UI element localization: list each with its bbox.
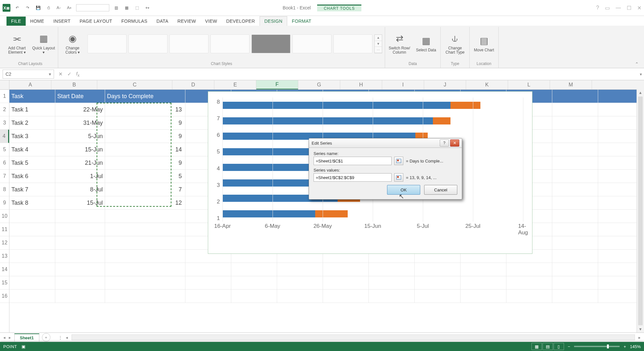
row-header[interactable]: 9 [0, 196, 9, 210]
save-icon[interactable]: 💾 [34, 4, 42, 11]
tab-formulas[interactable]: FORMULAS [117, 17, 152, 26]
cell[interactable] [369, 290, 415, 303]
cell[interactable] [415, 263, 461, 276]
cell[interactable] [369, 263, 415, 276]
cell[interactable] [552, 156, 598, 169]
cell[interactable] [552, 90, 598, 103]
cell[interactable] [415, 290, 461, 303]
cell[interactable]: Task 5 [9, 156, 55, 169]
chart-style-thumb[interactable] [87, 34, 127, 53]
view-normal-icon[interactable]: ▦ [531, 343, 542, 350]
range-picker-icon[interactable] [394, 173, 403, 182]
name-box[interactable]: C2▾ [3, 70, 54, 79]
cell[interactable] [185, 276, 231, 289]
tab-design[interactable]: DESIGN [260, 16, 287, 26]
column-header[interactable]: J [424, 80, 466, 89]
cell[interactable]: 9 [105, 116, 185, 129]
cell[interactable] [506, 276, 552, 289]
maximize-icon[interactable]: ☐ [627, 5, 631, 11]
zoom-in-icon[interactable]: + [624, 344, 626, 349]
qat-icon-2[interactable]: ▦ [123, 4, 130, 11]
cell[interactable] [552, 130, 598, 143]
view-page-break-icon[interactable]: ▯ [554, 343, 564, 350]
switch-row-column-button[interactable]: ⇄Switch Row/ Column [388, 33, 411, 55]
fx-icon[interactable]: fx [76, 71, 79, 78]
column-header[interactable]: C [97, 80, 172, 89]
tab-page-layout[interactable]: PAGE LAYOUT [75, 17, 117, 26]
chart-style-thumb[interactable] [292, 34, 331, 53]
cell[interactable] [105, 276, 185, 289]
cell[interactable]: Task 1 [9, 103, 55, 116]
cell[interactable] [231, 290, 277, 303]
row-header[interactable]: 14 [0, 263, 9, 276]
cell[interactable]: Task 3 [9, 130, 55, 143]
cell[interactable] [552, 196, 598, 209]
change-colors-button[interactable]: ◉Change Colors ▾ [61, 33, 84, 55]
formula-bar-expand-icon[interactable]: ▾ [637, 72, 644, 77]
cell[interactable] [552, 143, 598, 156]
cell[interactable] [552, 263, 598, 276]
row-header[interactable]: 16 [0, 290, 9, 303]
chart-style-thumb[interactable] [333, 34, 372, 53]
column-header[interactable]: G [298, 80, 340, 89]
cell[interactable] [55, 250, 105, 263]
series-name-input[interactable]: =Sheet1!$C$1 [314, 157, 392, 165]
qat-dropdown[interactable] [76, 4, 109, 11]
cell[interactable] [277, 290, 323, 303]
cell[interactable] [461, 263, 506, 276]
cell[interactable]: 5 [105, 170, 185, 183]
cell[interactable] [415, 276, 461, 289]
tab-insert[interactable]: INSERT [49, 17, 75, 26]
cell[interactable] [231, 276, 277, 289]
cell[interactable]: Task 6 [9, 170, 55, 183]
move-chart-button[interactable]: ▤Move Chart [472, 35, 496, 52]
add-chart-element-button[interactable]: ⫘Add Chart Element ▾ [5, 33, 29, 55]
hscroll-right-icon[interactable]: ▸ [636, 335, 643, 340]
row-header[interactable]: 6 [0, 156, 9, 170]
font-shrink-icon[interactable]: A− [55, 4, 62, 11]
confirm-entry-icon[interactable]: ✓ [67, 71, 72, 77]
cell[interactable] [552, 250, 598, 263]
cell[interactable] [323, 290, 369, 303]
cell[interactable]: 21-Jun [55, 156, 105, 169]
chart-style-thumb[interactable] [251, 34, 290, 53]
cell[interactable]: Task [9, 90, 55, 103]
cell[interactable] [55, 223, 105, 236]
cell[interactable] [55, 290, 105, 303]
view-page-layout-icon[interactable]: ▤ [543, 343, 553, 350]
cell[interactable]: Start Date [55, 90, 105, 103]
range-picker-icon[interactable] [394, 157, 403, 165]
qat-icon-3[interactable]: ⬚ [133, 4, 141, 11]
cell[interactable] [55, 236, 105, 249]
gallery-scroll[interactable]: ▲▼⋯ [374, 34, 382, 53]
cell[interactable]: Task 2 [9, 116, 55, 129]
row-header[interactable]: 1 [0, 90, 9, 103]
cell[interactable]: 31-May [55, 116, 105, 129]
cell[interactable] [552, 170, 598, 183]
cell[interactable] [185, 263, 231, 276]
cell[interactable] [461, 276, 506, 289]
close-icon[interactable]: ✕ [637, 5, 641, 11]
cell[interactable]: Task 8 [9, 196, 55, 209]
select-data-button[interactable]: ▦Select Data [414, 35, 438, 52]
chart-styles-gallery[interactable]: ▲▼⋯ [87, 34, 382, 53]
tab-developer[interactable]: DEVELOPER [222, 17, 260, 26]
qat-icon-1[interactable]: ▥ [113, 4, 120, 11]
column-header[interactable]: B [51, 80, 97, 89]
cell[interactable] [9, 263, 55, 276]
sheet-nav-prev-icon[interactable]: ◂ [3, 335, 6, 340]
dialog-close-icon[interactable]: ✕ [450, 139, 459, 147]
cell[interactable]: Days to Complete [105, 90, 185, 103]
cell[interactable]: 8-Jul [55, 183, 105, 196]
column-header[interactable]: D [172, 80, 214, 89]
select-all-corner[interactable] [0, 80, 9, 90]
column-header[interactable]: K [466, 80, 508, 89]
cell[interactable] [9, 210, 55, 223]
cell[interactable] [552, 290, 598, 303]
column-header[interactable]: L [508, 80, 550, 89]
cell[interactable] [105, 210, 185, 223]
column-header[interactable]: A [9, 80, 51, 89]
row-header[interactable]: 10 [0, 210, 9, 223]
cell[interactable] [552, 183, 598, 196]
chart-style-thumb[interactable] [128, 34, 168, 53]
